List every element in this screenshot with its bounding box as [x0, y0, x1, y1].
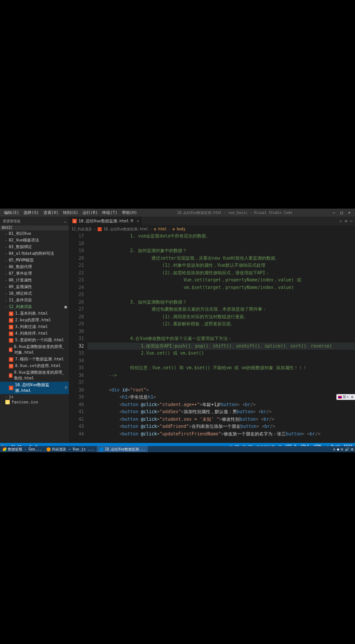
file-tree-item[interactable]: ›12_列表渲染: [0, 304, 69, 310]
code-lines[interactable]: 1. vue会监视data中所有层次的数据。 2. 如何监测对象中的数据？ 通过…: [87, 233, 355, 443]
code-line[interactable]: [87, 291, 355, 299]
tray-volume-icon[interactable]: 🔊: [345, 447, 349, 451]
file-tree-item[interactable]: 56.Vue监测数据改变的原理_对象.html: [0, 344, 69, 356]
minimize-button[interactable]: —: [330, 210, 338, 215]
code-line[interactable]: <button @click="student.sex = '未知' ">修改性…: [87, 416, 355, 423]
file-tree-item[interactable]: 55.更新时的一个问题.html: [0, 337, 69, 344]
file-label: 07_事件处理: [9, 271, 32, 277]
code-line[interactable]: <button @click="student.age++">年龄+1岁butt…: [87, 401, 355, 409]
file-tree-item[interactable]: ›06_数据代理: [0, 264, 69, 270]
html-icon: 5: [9, 318, 13, 323]
file-tree-item[interactable]: 52.key的原理.html: [0, 317, 69, 324]
ime-label: 英: [343, 395, 346, 399]
file-tree-item[interactable]: ›09_监视属性: [0, 284, 69, 290]
app-icon: [99, 447, 103, 451]
system-tray[interactable]: ∧ ● ⊡ 🔊 ⊞: [333, 447, 355, 451]
line-number: 26: [69, 299, 84, 306]
folder-icon: ›: [5, 245, 7, 249]
code-line[interactable]: 1.使用这些API:push()、pop()、shift()、unshift()…: [87, 343, 355, 350]
tab-close-icon[interactable]: ×: [137, 219, 139, 223]
close-window-button[interactable]: ×: [346, 210, 353, 215]
tray-notif-icon[interactable]: ⊞: [351, 447, 353, 451]
folder-icon: ›: [5, 298, 7, 303]
file-tree-item[interactable]: 510.总结Vue数据监测.htmlM: [0, 382, 69, 394]
menu-select[interactable]: 选择(S): [21, 210, 41, 216]
code-line[interactable]: 特别注意：Vue.set() 和 vm.$set() 不能给vm 或 vm的根数…: [87, 364, 355, 372]
file-tree-item[interactable]: 51.基本列表.html: [0, 310, 69, 317]
file-tree-item[interactable]: ›04_el与data的两种写法: [0, 250, 69, 257]
menu-view[interactable]: 查看(V): [41, 210, 61, 216]
code-line[interactable]: 4.在Vue修改数组中的某个元素一定要用如下方法：: [87, 335, 355, 343]
menu-edit[interactable]: 编辑(E): [2, 210, 21, 216]
taskbar-item[interactable]: 列表渲染 — Vue.js ...: [44, 446, 97, 452]
code-line[interactable]: 3. 如何监测数组中的数据？: [87, 299, 355, 306]
code-line[interactable]: (1).调用原生对应的方法对数组进行更新。: [87, 313, 355, 321]
code-line[interactable]: 2. 如何监测对象中的数据？: [87, 247, 355, 255]
code-line[interactable]: (2).如需给后添加的属性做响应式，请使用如下API：: [87, 269, 355, 277]
code-line[interactable]: 2.Vue.set() 或 vm.$set(): [87, 350, 355, 357]
code-line[interactable]: vm.$set(target，propertyName/index，value): [87, 284, 355, 292]
html-icon: 5: [9, 373, 12, 378]
file-tree-item[interactable]: ★favicon.ico: [0, 399, 69, 405]
file-tree-item[interactable]: 58.Vue.set的使用.html: [0, 363, 69, 369]
taskbar-item[interactable]: 数据监视 - Goo...: [0, 446, 44, 452]
code-line[interactable]: 通过包裹数组更新元素的方法实现，本质就是做了两件事：: [87, 306, 355, 313]
code-line[interactable]: <button @click="addSex">添加性别属性，默认值：男butt…: [87, 408, 355, 416]
editor-panel: 12_列表渲染 › 10.总结Vue数据监测.html › ⊞ html › ⊞…: [69, 225, 355, 443]
file-tree-item[interactable]: 53.列表过滤.html: [0, 324, 69, 330]
line-number: 20: [69, 255, 84, 262]
file-tree-item[interactable]: ›03_数据绑定: [0, 244, 69, 250]
menu-help[interactable]: 帮助(H): [120, 210, 139, 216]
code-line[interactable]: 1. vue会监视data中所有层次的数据。: [87, 233, 355, 240]
breadcrumbs[interactable]: 12_列表渲染 › 10.总结Vue数据监测.html › ⊞ html › ⊞…: [69, 225, 355, 233]
code-line[interactable]: [87, 240, 355, 248]
folder-icon: ›: [5, 305, 7, 309]
file-tree-item[interactable]: ›js: [0, 394, 69, 399]
run-icon[interactable]: ▷: [340, 219, 342, 223]
code-editor[interactable]: 1718192021222324252627282930313233343536…: [69, 233, 355, 443]
line-number: 21: [69, 262, 84, 269]
tray-expand-icon[interactable]: ∧: [333, 447, 335, 451]
editor-tab[interactable]: 5 10.总结Vue数据监测.html M ×: [69, 217, 143, 225]
sidebar-more-icon[interactable]: …: [64, 219, 66, 223]
code-line[interactable]: <div id="root">: [87, 387, 355, 394]
breadcrumb-file[interactable]: 10.总结Vue数据监测.html: [103, 227, 148, 232]
file-tree-item[interactable]: ›08_计算属性: [0, 277, 69, 284]
file-tree-item[interactable]: 57.模拟一个数据监测.html: [0, 356, 69, 363]
menu-go[interactable]: 转到(G): [61, 210, 80, 216]
code-line[interactable]: <button @click="updateFirstFriendName">修…: [87, 431, 355, 438]
file-tree-item[interactable]: 54.列表排序.html: [0, 330, 69, 337]
project-root-label[interactable]: BASIC: [0, 225, 69, 230]
split-editor-icon[interactable]: ⊞: [345, 219, 347, 223]
code-line[interactable]: [87, 379, 355, 387]
file-tree-item[interactable]: ›02_Vue模板语法: [0, 237, 69, 244]
file-tree-item[interactable]: ›05_MVVM模型: [0, 257, 69, 264]
tray-net-icon[interactable]: ●: [337, 447, 339, 451]
code-line[interactable]: [87, 328, 355, 336]
code-line[interactable]: <h1>学生信息h1>: [87, 394, 355, 401]
menu-run[interactable]: 运行(R): [80, 210, 100, 216]
code-line[interactable]: [87, 357, 355, 365]
maximize-button[interactable]: □: [338, 210, 345, 215]
file-tree-item[interactable]: ›10_绑定样式: [0, 290, 69, 297]
more-actions-icon[interactable]: ⋯: [350, 219, 352, 223]
file-tree-item[interactable]: ›01_初识Vue: [0, 230, 69, 237]
code-line[interactable]: 通过setter实现监视，且要在new Vue时就传入要监测的数据。: [87, 255, 355, 262]
code-line[interactable]: Vue.set(target，propertyName/index，value)…: [87, 277, 355, 284]
taskbar-item[interactable]: 10.总结Vue数据监测...: [97, 446, 148, 452]
code-line[interactable]: (1).对象中后追加的属性，Vue默认不做响应式处理: [87, 262, 355, 269]
code-line[interactable]: -->: [87, 372, 355, 379]
file-tree-item[interactable]: ›07_事件处理: [0, 270, 69, 277]
modified-dot-icon: [64, 306, 67, 308]
ime-indicator[interactable]: 英 ✎ ⚙: [336, 394, 355, 400]
line-number: 32: [69, 343, 84, 350]
breadcrumb-element[interactable]: ⊞ html: [154, 227, 167, 231]
file-tree-item[interactable]: ›11_条件渲染: [0, 297, 69, 304]
breadcrumb-element[interactable]: ⊞ body: [173, 227, 185, 231]
code-line[interactable]: <button @click="addFriend">在列表首位添加一个朋友bu…: [87, 423, 355, 431]
menu-terminal[interactable]: 终端(T): [100, 210, 119, 216]
tray-display-icon[interactable]: ⊡: [341, 447, 343, 451]
file-tree-item[interactable]: 59.Vue监测数据改变的原理_数组.html: [0, 369, 69, 382]
breadcrumb-folder[interactable]: 12_列表渲染: [71, 227, 92, 232]
code-line[interactable]: (2).重新解析模板，进而更新页面。: [87, 320, 355, 328]
